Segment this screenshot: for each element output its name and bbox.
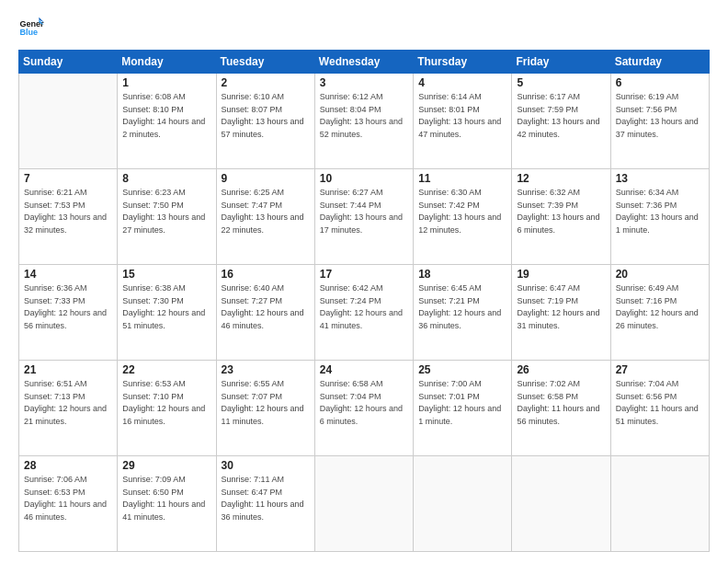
day-number: 29 (122, 459, 210, 472)
calendar-cell: 17 Sunrise: 6:42 AMSunset: 7:24 PMDaylig… (314, 265, 413, 361)
day-detail: Sunrise: 7:06 AMSunset: 6:53 PMDaylight:… (24, 475, 107, 522)
svg-text:Blue: Blue (19, 28, 38, 37)
day-number: 13 (616, 172, 704, 185)
day-number: 27 (616, 363, 704, 376)
page: General Blue SundayMondayTuesdayWednesda… (0, 0, 728, 563)
weekday-header: Friday (512, 51, 610, 74)
day-number: 4 (418, 76, 506, 89)
day-detail: Sunrise: 6:17 AMSunset: 7:59 PMDaylight:… (517, 92, 599, 139)
day-number: 25 (418, 363, 506, 376)
day-detail: Sunrise: 6:51 AMSunset: 7:13 PMDaylight:… (24, 379, 107, 426)
calendar-week-row: 14 Sunrise: 6:36 AMSunset: 7:33 PMDaylig… (19, 265, 710, 361)
calendar-cell: 26 Sunrise: 7:02 AMSunset: 6:58 PMDaylig… (512, 361, 610, 456)
day-detail: Sunrise: 6:58 AMSunset: 7:04 PMDaylight:… (320, 379, 403, 426)
calendar-cell: 18 Sunrise: 6:45 AMSunset: 7:21 PMDaylig… (414, 265, 512, 361)
day-detail: Sunrise: 6:23 AMSunset: 7:50 PMDaylight:… (122, 188, 205, 235)
calendar-cell: 25 Sunrise: 7:00 AMSunset: 7:01 PMDaylig… (414, 361, 512, 456)
day-number: 9 (222, 172, 310, 185)
day-number: 7 (24, 172, 112, 185)
day-number: 17 (320, 268, 408, 281)
calendar-cell: 22 Sunrise: 6:53 AMSunset: 7:10 PMDaylig… (118, 361, 216, 456)
day-detail: Sunrise: 7:11 AMSunset: 6:47 PMDaylight:… (222, 475, 304, 522)
day-detail: Sunrise: 6:14 AMSunset: 8:01 PMDaylight:… (418, 92, 501, 139)
day-detail: Sunrise: 6:36 AMSunset: 7:33 PMDaylight:… (24, 283, 107, 330)
calendar-cell: 27 Sunrise: 7:04 AMSunset: 6:56 PMDaylig… (610, 361, 709, 456)
day-number: 5 (517, 76, 605, 89)
logo: General Blue (18, 15, 48, 40)
day-detail: Sunrise: 7:09 AMSunset: 6:50 PMDaylight:… (122, 475, 205, 522)
day-number: 18 (418, 268, 506, 281)
weekday-header: Saturday (610, 51, 709, 74)
calendar-cell: 23 Sunrise: 6:55 AMSunset: 7:07 PMDaylig… (216, 361, 314, 456)
day-detail: Sunrise: 6:27 AMSunset: 7:44 PMDaylight:… (320, 188, 403, 235)
day-detail: Sunrise: 7:00 AMSunset: 7:01 PMDaylight:… (418, 379, 501, 426)
weekday-header: Monday (118, 51, 216, 74)
calendar-cell: 19 Sunrise: 6:47 AMSunset: 7:19 PMDaylig… (512, 265, 610, 361)
calendar-cell: 7 Sunrise: 6:21 AMSunset: 7:53 PMDayligh… (19, 169, 118, 265)
calendar-cell: 28 Sunrise: 7:06 AMSunset: 6:53 PMDaylig… (19, 456, 118, 552)
day-detail: Sunrise: 6:42 AMSunset: 7:24 PMDaylight:… (320, 283, 403, 330)
day-detail: Sunrise: 6:34 AMSunset: 7:36 PMDaylight:… (616, 188, 699, 235)
day-number: 21 (24, 363, 112, 376)
calendar-cell: 5 Sunrise: 6:17 AMSunset: 7:59 PMDayligh… (512, 74, 610, 169)
day-detail: Sunrise: 6:10 AMSunset: 8:07 PMDaylight:… (222, 92, 304, 139)
day-number: 15 (122, 268, 210, 281)
calendar-week-row: 7 Sunrise: 6:21 AMSunset: 7:53 PMDayligh… (19, 169, 710, 265)
calendar-cell: 1 Sunrise: 6:08 AMSunset: 8:10 PMDayligh… (118, 74, 216, 169)
weekday-header-row: SundayMondayTuesdayWednesdayThursdayFrid… (19, 51, 710, 74)
calendar-week-row: 28 Sunrise: 7:06 AMSunset: 6:53 PMDaylig… (19, 456, 710, 552)
day-number: 8 (122, 172, 210, 185)
day-number: 28 (24, 459, 112, 472)
day-detail: Sunrise: 6:49 AMSunset: 7:16 PMDaylight:… (616, 283, 699, 330)
day-number: 12 (517, 172, 605, 185)
logo-icon: General Blue (18, 15, 44, 40)
calendar-cell (414, 456, 512, 552)
day-number: 14 (24, 268, 112, 281)
calendar-cell: 9 Sunrise: 6:25 AMSunset: 7:47 PMDayligh… (216, 169, 314, 265)
day-detail: Sunrise: 6:08 AMSunset: 8:10 PMDaylight:… (122, 92, 205, 139)
day-detail: Sunrise: 6:12 AMSunset: 8:04 PMDaylight:… (320, 92, 403, 139)
calendar-cell: 10 Sunrise: 6:27 AMSunset: 7:44 PMDaylig… (314, 169, 413, 265)
day-number: 2 (222, 76, 310, 89)
calendar-cell: 20 Sunrise: 6:49 AMSunset: 7:16 PMDaylig… (610, 265, 709, 361)
day-detail: Sunrise: 6:19 AMSunset: 7:56 PMDaylight:… (616, 92, 699, 139)
day-number: 6 (616, 76, 704, 89)
calendar-cell: 16 Sunrise: 6:40 AMSunset: 7:27 PMDaylig… (216, 265, 314, 361)
calendar-week-row: 1 Sunrise: 6:08 AMSunset: 8:10 PMDayligh… (19, 74, 710, 169)
calendar-cell: 21 Sunrise: 6:51 AMSunset: 7:13 PMDaylig… (19, 361, 118, 456)
calendar-cell: 3 Sunrise: 6:12 AMSunset: 8:04 PMDayligh… (314, 74, 413, 169)
day-detail: Sunrise: 6:53 AMSunset: 7:10 PMDaylight:… (122, 379, 205, 426)
day-detail: Sunrise: 6:38 AMSunset: 7:30 PMDaylight:… (122, 283, 205, 330)
calendar-cell: 6 Sunrise: 6:19 AMSunset: 7:56 PMDayligh… (610, 74, 709, 169)
calendar-cell: 13 Sunrise: 6:34 AMSunset: 7:36 PMDaylig… (610, 169, 709, 265)
weekday-header: Wednesday (314, 51, 413, 74)
day-detail: Sunrise: 6:47 AMSunset: 7:19 PMDaylight:… (517, 283, 599, 330)
calendar-cell (314, 456, 413, 552)
day-detail: Sunrise: 6:32 AMSunset: 7:39 PMDaylight:… (517, 188, 599, 235)
day-detail: Sunrise: 6:21 AMSunset: 7:53 PMDaylight:… (24, 188, 107, 235)
day-detail: Sunrise: 6:40 AMSunset: 7:27 PMDaylight:… (222, 283, 304, 330)
calendar-cell: 8 Sunrise: 6:23 AMSunset: 7:50 PMDayligh… (118, 169, 216, 265)
day-detail: Sunrise: 6:30 AMSunset: 7:42 PMDaylight:… (418, 188, 501, 235)
calendar-table: SundayMondayTuesdayWednesdayThursdayFrid… (18, 50, 710, 552)
day-detail: Sunrise: 7:04 AMSunset: 6:56 PMDaylight:… (616, 379, 699, 426)
day-number: 20 (616, 268, 704, 281)
day-number: 24 (320, 363, 408, 376)
weekday-header: Thursday (414, 51, 512, 74)
calendar-cell (19, 74, 118, 169)
weekday-header: Tuesday (216, 51, 314, 74)
day-number: 10 (320, 172, 408, 185)
day-detail: Sunrise: 6:55 AMSunset: 7:07 PMDaylight:… (222, 379, 304, 426)
calendar-cell: 4 Sunrise: 6:14 AMSunset: 8:01 PMDayligh… (414, 74, 512, 169)
day-number: 23 (222, 363, 310, 376)
day-number: 1 (122, 76, 210, 89)
calendar-cell: 14 Sunrise: 6:36 AMSunset: 7:33 PMDaylig… (19, 265, 118, 361)
calendar-cell: 30 Sunrise: 7:11 AMSunset: 6:47 PMDaylig… (216, 456, 314, 552)
calendar-cell: 24 Sunrise: 6:58 AMSunset: 7:04 PMDaylig… (314, 361, 413, 456)
day-detail: Sunrise: 7:02 AMSunset: 6:58 PMDaylight:… (517, 379, 599, 426)
calendar-cell: 12 Sunrise: 6:32 AMSunset: 7:39 PMDaylig… (512, 169, 610, 265)
calendar-cell: 29 Sunrise: 7:09 AMSunset: 6:50 PMDaylig… (118, 456, 216, 552)
calendar-cell: 2 Sunrise: 6:10 AMSunset: 8:07 PMDayligh… (216, 74, 314, 169)
day-number: 11 (418, 172, 506, 185)
day-number: 30 (222, 459, 310, 472)
